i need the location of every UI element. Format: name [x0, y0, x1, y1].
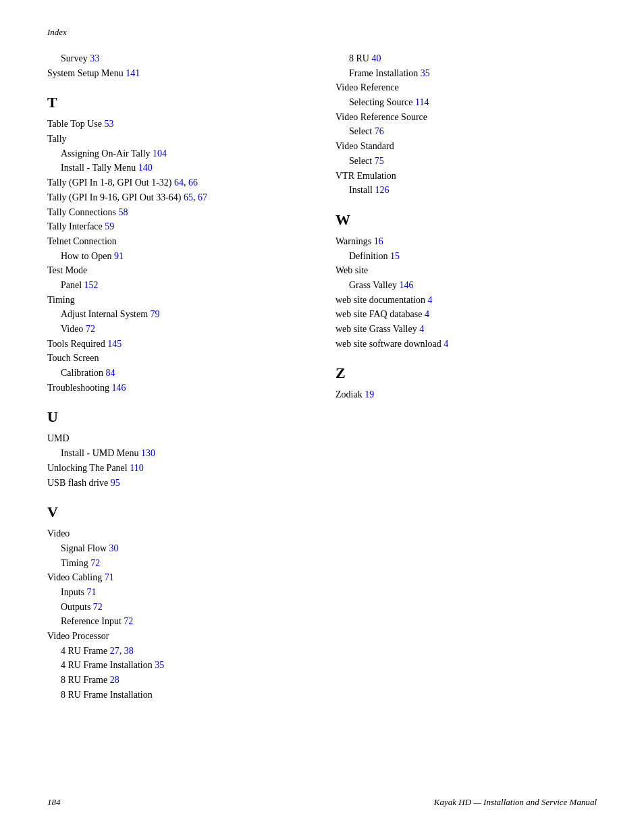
page-link[interactable]: 146: [399, 280, 413, 290]
page: Index Survey 33System Setup Menu 141TTab…: [0, 0, 644, 828]
page-link[interactable]: 152: [84, 280, 99, 290]
list-item: Tally (GPI In 1-8, GPI Out 1-32) 64, 66: [47, 175, 308, 190]
page-link[interactable]: 126: [375, 185, 390, 195]
item-text: 8 RU: [349, 53, 369, 63]
page-link[interactable]: 104: [153, 148, 167, 159]
list-item: Video Reference Source: [336, 110, 597, 125]
list-item: Unlocking The Panel 110: [47, 461, 308, 476]
item-text: Video Processor: [47, 631, 109, 641]
page-link[interactable]: 146: [112, 383, 126, 393]
list-item: 8 RU Frame Installation: [47, 688, 308, 702]
page-link[interactable]: 95: [111, 478, 120, 488]
right-column: 8 RU 40Frame Installation 35Video Refere…: [336, 51, 597, 702]
list-item: Frame Installation 35: [336, 66, 597, 81]
item-text: Warnings: [336, 236, 371, 246]
list-item: Reference Input 72: [47, 614, 308, 629]
item-text: Reference Input: [61, 616, 122, 626]
page-link[interactable]: 110: [130, 463, 143, 473]
list-item: Video 72: [47, 322, 308, 337]
list-item: Tally (GPI In 9-16, GPI Out 33-64) 65, 6…: [47, 190, 308, 205]
page-footer: 184 Kayak HD — Installation and Service …: [47, 797, 597, 808]
page-link[interactable]: 35: [421, 68, 430, 78]
page-link[interactable]: 72: [90, 558, 100, 568]
list-item: Video Cabling 71: [47, 570, 308, 585]
page-link[interactable]: 53: [105, 119, 114, 129]
item-text: web site Grass Valley: [336, 324, 417, 334]
page-link[interactable]: 140: [138, 163, 153, 173]
section-letter-w: W: [336, 211, 597, 229]
page-link[interactable]: 65: [184, 192, 193, 202]
item-text: Video Standard: [336, 141, 394, 151]
page-link[interactable]: 4: [419, 324, 424, 334]
item-text: Inputs: [61, 587, 84, 597]
list-item: Panel 152: [47, 278, 308, 293]
page-link[interactable]: 141: [126, 68, 140, 78]
page-link[interactable]: 75: [375, 156, 384, 166]
item-text: Timing: [61, 558, 88, 568]
list-item: Tally Connections 58: [47, 205, 308, 220]
page-link[interactable]: 66: [188, 177, 198, 188]
page-link[interactable]: 15: [390, 251, 400, 261]
page-link[interactable]: 145: [107, 339, 122, 349]
page-link[interactable]: 130: [141, 448, 155, 458]
list-item: Select 75: [336, 154, 597, 169]
item-text: Selecting Source: [349, 97, 412, 107]
item-text: 4 RU Frame: [61, 646, 107, 656]
list-item: web site software download 4: [336, 337, 597, 352]
item-text: Frame Installation: [349, 68, 418, 78]
list-item: VTR Emulation: [336, 169, 597, 184]
page-link[interactable]: 19: [365, 389, 374, 399]
page-link[interactable]: 91: [114, 251, 124, 261]
list-item: Tools Required 145: [47, 337, 308, 352]
item-text: Tools Required: [47, 339, 105, 349]
page-link[interactable]: 84: [106, 368, 115, 378]
list-item: USB flash drive 95: [47, 476, 308, 491]
item-text: Tally Interface: [47, 221, 103, 231]
item-text: Assigning On-Air Tally: [61, 148, 151, 159]
list-item: Video Processor: [47, 629, 308, 644]
page-link[interactable]: 58: [119, 207, 128, 217]
page-link[interactable]: 4: [427, 295, 432, 305]
page-link[interactable]: 4: [444, 339, 448, 349]
item-text: Video Reference Source: [336, 112, 427, 122]
page-link[interactable]: 72: [124, 616, 133, 626]
list-item: Install - Tally Menu 140: [47, 161, 308, 175]
page-link[interactable]: 16: [374, 236, 383, 246]
list-item: Calibration 84: [47, 366, 308, 381]
page-link[interactable]: 67: [198, 192, 207, 202]
page-link[interactable]: 71: [105, 572, 114, 582]
page-link[interactable]: 30: [109, 543, 119, 553]
item-text: Install - Tally Menu: [61, 163, 136, 173]
item-text: Adjust Internal System: [61, 309, 148, 319]
page-link[interactable]: 40: [371, 53, 381, 63]
list-item: Survey 33: [47, 51, 308, 66]
page-link[interactable]: 27: [110, 646, 119, 656]
list-item: Zodiak 19: [336, 387, 597, 402]
page-link[interactable]: 76: [375, 126, 384, 136]
list-item: Install - UMD Menu 130: [47, 446, 308, 461]
list-item: Selecting Source 114: [336, 95, 597, 110]
page-link[interactable]: 4: [425, 309, 429, 319]
page-header: Index: [47, 27, 597, 38]
list-item: 8 RU Frame 28: [47, 673, 308, 688]
page-link[interactable]: 64: [174, 177, 184, 188]
page-link[interactable]: 114: [415, 97, 429, 107]
item-text: web site software download: [336, 339, 441, 349]
page-link[interactable]: 28: [110, 675, 119, 685]
list-item: Table Top Use 53: [47, 117, 308, 132]
item-text: Calibration: [61, 368, 103, 378]
item-text: Touch Screen: [47, 353, 99, 363]
page-link[interactable]: 72: [86, 324, 95, 334]
list-item: Outputs 72: [47, 600, 308, 615]
page-link[interactable]: 72: [93, 602, 103, 612]
page-link[interactable]: 35: [155, 660, 164, 670]
left-column: Survey 33System Setup Menu 141TTable Top…: [47, 51, 308, 702]
page-link[interactable]: 38: [124, 646, 134, 656]
item-text: Definition: [349, 251, 388, 261]
page-link[interactable]: 79: [151, 309, 160, 319]
item-text: Outputs: [61, 602, 90, 612]
page-link[interactable]: 59: [105, 221, 114, 231]
page-link[interactable]: 33: [90, 53, 99, 63]
page-link[interactable]: 71: [87, 587, 97, 597]
footer-page-number: 184: [47, 797, 61, 808]
